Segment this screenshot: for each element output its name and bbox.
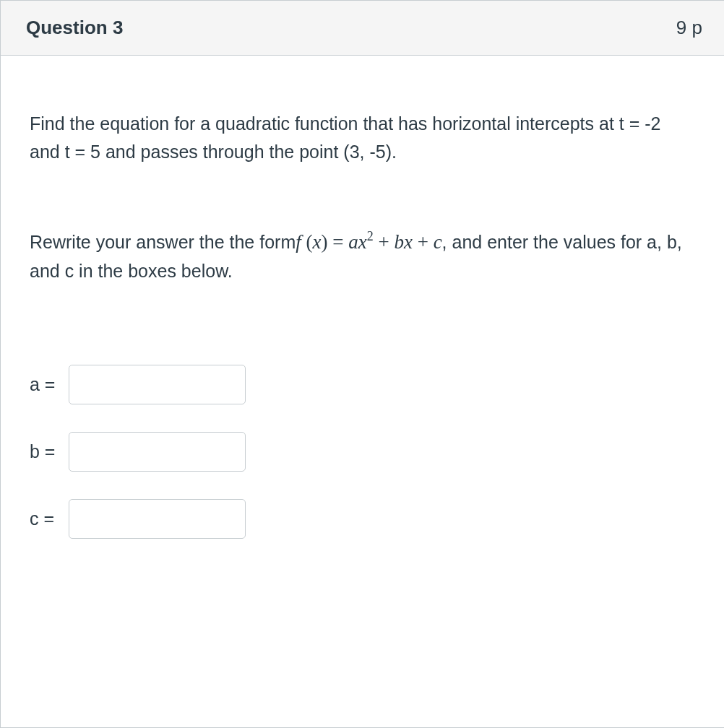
formula-plus1: + [374,231,395,253]
question-body: Find the equation for a quadratic functi… [1,56,724,595]
question-header: Question 3 9 p [1,1,724,56]
formula-sup2: 2 [367,229,374,243]
answer-input-c[interactable] [69,499,246,539]
formula: f (x) = ax2 + bx + c [296,232,441,252]
formula-c: c [434,231,442,253]
answer-label-a: a = [30,370,69,399]
formula-a: a [348,231,358,253]
answer-row-a: a = [30,365,695,404]
answer-row-c: c = [30,499,695,539]
formula-b: b [394,231,404,253]
answer-input-a[interactable] [69,365,246,404]
formula-plus2: + [413,231,434,253]
question-points: 9 p [676,17,702,39]
formula-x: x [312,231,321,253]
formula-open: ( [301,231,313,253]
answer-input-b[interactable] [69,432,246,472]
question-title: Question 3 [26,17,123,39]
paragraph2-pre: Rewrite your answer the the form [30,232,296,252]
question-container: Question 3 9 p Find the equation for a q… [0,0,724,728]
formula-eq: = [327,231,348,253]
formula-x3: x [404,231,413,253]
answer-row-b: b = [30,432,695,472]
question-prompt-paragraph-2: Rewrite your answer the the formf (x) = … [30,228,695,286]
formula-x2: x [358,231,367,253]
question-prompt-paragraph-1: Find the equation for a quadratic functi… [30,110,695,166]
formula-f: f [296,231,301,253]
answer-label-c: c = [30,505,69,533]
answer-label-b: b = [30,438,69,466]
